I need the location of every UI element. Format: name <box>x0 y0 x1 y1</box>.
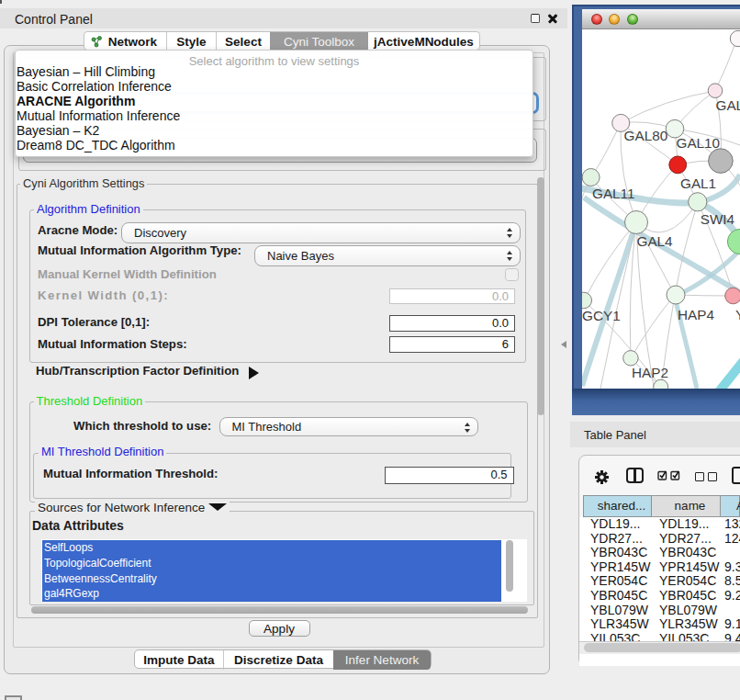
svg-text:GAL4: GAL4 <box>637 233 674 249</box>
svg-text:GAL1: GAL1 <box>680 175 716 191</box>
svg-text:GAL10: GAL10 <box>677 135 721 151</box>
svg-text:GAL80: GAL80 <box>624 128 668 143</box>
svg-text:SWI4: SWI4 <box>701 211 735 227</box>
svg-text:GAL11: GAL11 <box>592 186 635 201</box>
svg-text:GAL2: GAL2 <box>716 97 740 113</box>
svg-text:HAP4: HAP4 <box>678 307 714 322</box>
svg-text:GCY1: GCY1 <box>582 308 621 323</box>
svg-text:HAP2: HAP2 <box>632 365 668 380</box>
svg-text:Y: Y <box>735 307 740 322</box>
